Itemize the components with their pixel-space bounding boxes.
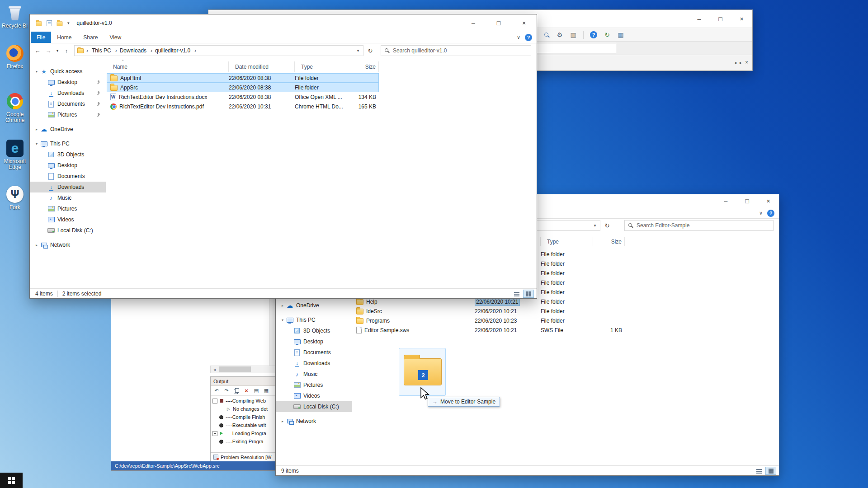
help-icon[interactable]: ? xyxy=(525,34,532,41)
column-header-type[interactable]: Type xyxy=(295,61,347,72)
refresh-icon[interactable]: ↻ xyxy=(601,222,613,229)
nav-item[interactable]: OneDrive xyxy=(276,300,352,311)
desktop-icon[interactable]: Google Chrome xyxy=(2,92,28,123)
refresh-icon[interactable]: ↻ xyxy=(364,47,376,54)
nav-item[interactable]: Pictures xyxy=(30,203,106,214)
nav-item[interactable]: OneDrive xyxy=(30,124,106,135)
file-row[interactable]: Editor Sample.sws 22/06/2020 10:21 SWS F… xyxy=(353,325,625,335)
breadcrumb-item[interactable]: This PC xyxy=(90,47,118,54)
breadcrumb-item[interactable]: quilleditor-v1.0 xyxy=(153,47,197,54)
chevron-icon[interactable] xyxy=(279,318,286,322)
copy-icon[interactable] xyxy=(232,387,241,395)
grid-icon[interactable]: ▦ xyxy=(262,387,270,395)
help-icon[interactable]: ? xyxy=(589,30,598,39)
expander-icon[interactable] xyxy=(212,399,217,404)
clear-icon[interactable]: × xyxy=(242,387,250,395)
search-icon[interactable] xyxy=(542,30,551,39)
maximize-button[interactable]: □ xyxy=(736,194,758,208)
address-dropdown-icon[interactable]: ▾ xyxy=(353,48,363,53)
expander-icon[interactable] xyxy=(212,431,217,436)
file-row[interactable]: Programs 22/06/2020 10:23 File folder xyxy=(353,316,625,325)
nav-item[interactable]: This PC xyxy=(30,138,106,149)
nav-item[interactable]: 3D Objects xyxy=(276,325,352,336)
column-header-size[interactable]: Size xyxy=(593,237,625,246)
file-row[interactable]: RichTextEditor Dev Instructions.docx 22/… xyxy=(107,92,379,102)
nav-item[interactable]: Network xyxy=(276,416,352,427)
titlebar[interactable]: ▾ quilleditor-v1.0 – □ × xyxy=(30,14,537,32)
column-header-type[interactable]: Type xyxy=(541,237,593,246)
details-view-button[interactable] xyxy=(754,467,764,475)
nav-next-icon[interactable]: ↷ xyxy=(222,387,231,395)
editor-hscrollbar[interactable]: ◂ xyxy=(210,366,276,373)
forward-button[interactable]: → xyxy=(43,46,53,56)
close-button[interactable]: × xyxy=(731,10,752,28)
nav-item[interactable]: Music xyxy=(276,369,352,380)
search-input[interactable] xyxy=(625,221,773,230)
chevron-icon[interactable] xyxy=(279,304,286,308)
nav-item[interactable]: Music xyxy=(30,192,106,203)
desktop-icon[interactable]: Fork xyxy=(2,185,28,211)
chevron-icon[interactable] xyxy=(33,70,40,74)
tab-scroll-left-icon[interactable]: ◂ xyxy=(734,60,736,65)
nav-item[interactable]: Quick access xyxy=(30,66,106,77)
nav-item[interactable]: 3D Objects xyxy=(30,149,106,160)
nav-item[interactable]: Desktop xyxy=(30,160,106,171)
ribbon-collapse-icon[interactable]: ∨ xyxy=(759,210,763,216)
nav-item[interactable]: Documents xyxy=(30,171,106,182)
output-tree-item[interactable]: ----Compile Finish xyxy=(211,413,276,421)
nav-item[interactable]: Local Disk (C:) xyxy=(276,401,352,412)
refresh-icon[interactable]: ↻ xyxy=(603,30,612,39)
maximize-button[interactable]: □ xyxy=(486,14,511,32)
output-tree-item[interactable]: ----Compiling Web xyxy=(211,397,276,405)
tab-problem-resolution[interactable]: Problem Resolution [W xyxy=(211,452,276,461)
file-row[interactable]: AppSrc 22/06/2020 08:38 File folder xyxy=(107,83,379,92)
recent-locations-icon[interactable]: ▾ xyxy=(54,46,61,56)
breadcrumb-item[interactable]: Downloads xyxy=(118,47,153,54)
nav-item[interactable]: Downloads xyxy=(30,88,106,99)
ribbon-collapse-icon[interactable]: ∨ xyxy=(517,34,520,40)
minimize-button[interactable]: – xyxy=(689,10,710,28)
customize-qat-icon[interactable]: ▾ xyxy=(67,21,70,25)
desktop-icon[interactable]: Firefox xyxy=(2,44,28,70)
new-folder-icon[interactable] xyxy=(57,21,63,26)
wordwrap-icon[interactable]: ▤ xyxy=(252,387,260,395)
tab-close-icon[interactable]: × xyxy=(745,59,748,66)
chevron-icon[interactable] xyxy=(33,142,40,146)
expander-icon[interactable] xyxy=(212,439,217,444)
chevron-icon[interactable] xyxy=(33,127,40,131)
scroll-left-icon[interactable]: ◂ xyxy=(211,367,218,372)
thumbnail-view-button[interactable] xyxy=(523,290,534,298)
nav-previous-icon[interactable]: ↶ xyxy=(212,387,221,395)
address-dropdown-icon[interactable]: ▾ xyxy=(590,223,600,228)
output-tree-item[interactable]: ----Exiting Progra xyxy=(211,437,276,446)
output-tree-item[interactable]: No changes det xyxy=(211,405,276,413)
nav-item[interactable]: Videos xyxy=(30,214,106,225)
file-row[interactable]: AppHtml 22/06/2020 08:38 File folder xyxy=(107,73,379,83)
ribbon-tab[interactable]: Share xyxy=(77,32,104,43)
nav-item[interactable]: Videos xyxy=(276,390,352,401)
back-button[interactable]: ← xyxy=(33,46,42,56)
nav-item[interactable]: Local Disk (C:) xyxy=(30,225,106,236)
nav-item[interactable]: Documents xyxy=(30,99,106,109)
chevron-icon[interactable] xyxy=(279,419,286,423)
output-tree-item[interactable]: ----Executable writ xyxy=(211,421,276,429)
settings-icon[interactable]: ⚙ xyxy=(555,30,564,39)
expander-icon[interactable] xyxy=(212,423,217,428)
column-header-size[interactable]: Size xyxy=(347,61,379,72)
tab-scroll-right-icon[interactable]: ▸ xyxy=(740,60,742,65)
desktop-icon[interactable]: Recycle Bin xyxy=(2,4,28,29)
nav-item[interactable]: Downloads xyxy=(276,358,352,369)
chevron-icon[interactable] xyxy=(33,243,40,247)
file-row[interactable]: IdeSrc 22/06/2020 10:21 File folder xyxy=(353,306,625,316)
output-tree-item[interactable]: ----Loading Progra xyxy=(211,429,276,437)
properties-icon[interactable] xyxy=(47,20,52,26)
nav-item[interactable]: This PC xyxy=(276,314,352,325)
nav-item[interactable]: Desktop xyxy=(30,77,106,88)
maximize-button[interactable]: □ xyxy=(710,10,731,28)
nav-item[interactable]: Pictures xyxy=(276,380,352,390)
nav-item[interactable]: Desktop xyxy=(276,336,352,347)
close-button[interactable]: × xyxy=(758,194,779,208)
nav-item[interactable]: Network xyxy=(30,239,106,250)
ribbon-tab[interactable]: View xyxy=(104,32,127,43)
expander-icon[interactable] xyxy=(220,407,225,412)
